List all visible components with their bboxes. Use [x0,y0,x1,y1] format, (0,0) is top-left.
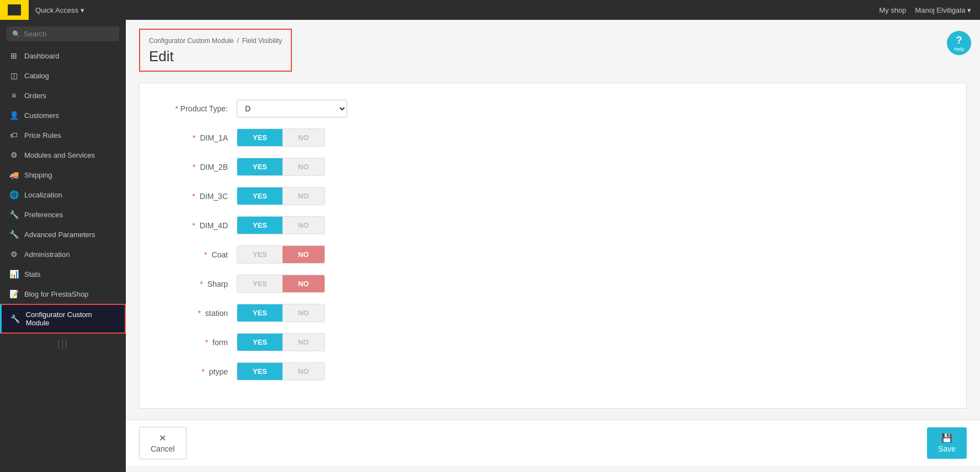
dim1a-toggle: YES NO [237,128,325,147]
myshop-link[interactable]: My shop [879,6,906,14]
ptype-no-btn[interactable]: NO [283,363,324,380]
help-label: Help [954,46,965,52]
dim4d-label: * DIM_4D [162,221,228,230]
sidebar: 🔍 ⊞ Dashboard ◫ Catalog ≡ Orders 👤 Custo… [0,20,126,472]
bottom-toolbar: ✕ Cancel 💾 Save [126,420,980,466]
sidebar-item-modules[interactable]: ⚙ Modules and Services [0,145,126,165]
form-field-label: * form [162,338,228,347]
dim2b-label: * DIM_2B [162,163,228,171]
sidebar-item-localization[interactable]: 🌐 Localization [0,185,126,205]
search-container: 🔍 [7,26,119,41]
field-row-dim3c: * DIM_3C YES NO [162,187,944,205]
coat-yes-btn[interactable]: YES [237,246,283,263]
search-input[interactable] [24,30,114,38]
sharp-toggle: YES NO [237,275,325,293]
ptype-yes-btn[interactable]: YES [237,363,283,380]
configurator-icon: 🔧 [10,314,20,323]
station-no-btn[interactable]: NO [283,304,324,321]
sidebar-item-orders[interactable]: ≡ Orders [0,85,126,105]
breadcrumb-part2: Field Visibility [242,37,282,45]
dim4d-toggle: YES NO [237,216,325,234]
help-button[interactable]: ? Help [947,31,971,55]
sidebar-item-label: Localization [24,191,62,199]
sidebar-item-catalog[interactable]: ◫ Catalog [0,66,126,85]
save-button[interactable]: 💾 Save [927,427,967,459]
save-icon: 💾 [941,433,952,443]
sidebar-item-label: Configurator Custom Module [26,310,116,327]
form-no-btn[interactable]: NO [283,334,324,351]
catalog-icon: ◫ [9,71,19,80]
sidebar-item-dashboard[interactable]: ⊞ Dashboard [0,46,126,66]
sidebar-item-preferences[interactable]: 🔧 Preferences [0,205,126,224]
sidebar-item-label: Advanced Parameters [24,230,95,239]
ptype-toggle: YES NO [237,362,325,380]
dim2b-yes-btn[interactable]: YES [237,158,283,175]
sidebar-item-advanced[interactable]: 🔧 Advanced Parameters [0,224,126,244]
page-header-wrapper: Configurator Custom Module / Field Visib… [126,20,980,72]
blog-icon: 📝 [9,289,19,298]
form-yes-btn[interactable]: YES [237,334,283,351]
ptype-label: * ptype [162,367,228,376]
sidebar-item-blog[interactable]: 📝 Blog for PrestaShop [0,284,126,304]
dim2b-no-btn[interactable]: NO [283,158,324,175]
orders-icon: ≡ [9,91,19,100]
field-row-dim1a: * DIM_1A YES NO [162,128,944,147]
breadcrumb-separator: / [237,37,238,45]
help-icon: ? [956,35,962,46]
sidebar-item-administration[interactable]: ⚙ Administration [0,244,126,264]
field-row-dim4d: * DIM_4D YES NO [162,216,944,234]
dim3c-yes-btn[interactable]: YES [237,187,283,205]
quick-access-button[interactable]: Quick Access ▾ [35,6,84,14]
search-icon: 🔍 [12,30,20,38]
sharp-label: * Sharp [162,280,228,288]
sidebar-item-label: Administration [24,250,70,259]
sidebar-item-label: Preferences [24,211,63,219]
product-type-select[interactable]: D A B C [237,100,347,117]
sidebar-item-shipping[interactable]: 🚚 Shipping [0,165,126,185]
sidebar-item-customers[interactable]: 👤 Customers [0,105,126,125]
topbar-left: Quick Access ▾ [9,0,84,20]
field-row-form: * form YES NO [162,333,944,351]
customers-icon: 👤 [9,111,19,120]
sidebar-item-price-rules[interactable]: 🏷 Price Rules [0,125,126,145]
sharp-no-btn[interactable]: NO [283,275,324,292]
station-toggle: YES NO [237,304,325,322]
dim3c-no-btn[interactable]: NO [283,187,324,205]
sidebar-item-label: Shipping [24,171,52,179]
page-title: Edit [149,48,282,65]
cancel-button[interactable]: ✕ Cancel [139,427,187,459]
sidebar-item-label: Blog for PrestaShop [24,290,88,298]
sidebar-item-configurator[interactable]: 🔧 Configurator Custom Module [0,304,126,334]
dim1a-yes-btn[interactable]: YES [237,129,283,146]
dashboard-icon: ⊞ [9,51,19,60]
sidebar-item-label: Stats [24,270,41,278]
sidebar-grip: ||| [0,334,126,354]
localization-icon: 🌐 [9,190,19,199]
sidebar-item-label: Price Rules [24,131,61,140]
dim1a-no-btn[interactable]: NO [283,129,324,146]
sidebar-item-label: Customers [24,111,59,120]
coat-no-btn[interactable]: NO [283,246,324,263]
preferences-icon: 🔧 [9,210,19,219]
sharp-yes-btn[interactable]: YES [237,275,283,292]
sidebar-item-label: Orders [24,92,46,100]
coat-label: * Coat [162,250,228,259]
field-row-dim2b: * DIM_2B YES NO [162,158,944,176]
user-menu[interactable]: Manoj Elvitigala ▾ [915,6,971,14]
sidebar-item-label: Catalog [24,72,49,80]
shipping-icon: 🚚 [9,170,19,179]
station-yes-btn[interactable]: YES [237,304,283,321]
main-layout: 🔍 ⊞ Dashboard ◫ Catalog ≡ Orders 👤 Custo… [0,20,980,472]
dim4d-no-btn[interactable]: NO [283,217,324,234]
form-toggle: YES NO [237,333,325,351]
dim4d-yes-btn[interactable]: YES [237,217,283,234]
sidebar-item-stats[interactable]: 📊 Stats [0,264,126,284]
dim3c-label: * DIM_3C [162,192,228,201]
product-type-label: *Product Type: [162,104,228,113]
logo [0,0,29,20]
cancel-label: Cancel [151,444,175,453]
field-row-coat: * Coat YES NO [162,245,944,264]
coat-toggle: YES NO [237,245,325,264]
product-type-row: *Product Type: D A B C [162,100,944,117]
field-row-sharp: * Sharp YES NO [162,275,944,293]
